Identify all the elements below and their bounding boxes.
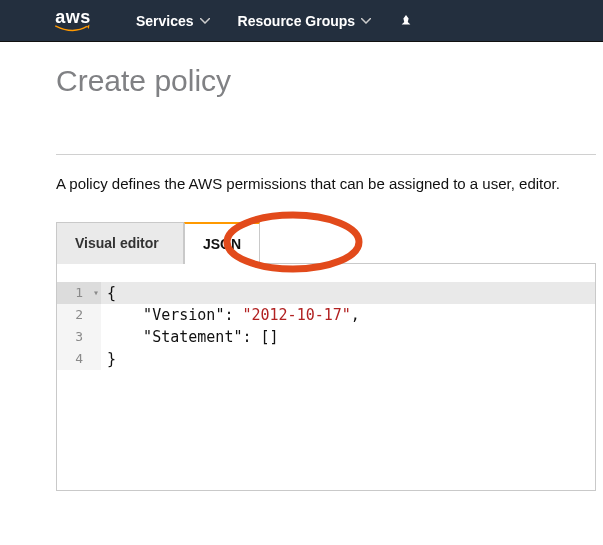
json-editor[interactable]: 1▾{2 "Version": "2012-10-17",3 "Statemen… [56, 264, 596, 491]
services-label: Services [136, 13, 194, 29]
line-number: 4 [57, 348, 91, 370]
aws-logo[interactable]: aws [54, 8, 92, 34]
tab-visual-editor[interactable]: Visual editor [56, 222, 184, 264]
aws-smile-icon [54, 24, 92, 34]
section-divider [56, 154, 596, 155]
line-number: 3 [57, 326, 91, 348]
chevron-down-icon [200, 18, 210, 24]
code-text[interactable]: } [101, 348, 116, 370]
resource-groups-label: Resource Groups [238, 13, 355, 29]
line-number: 2 [57, 304, 91, 326]
editor-tabs: Visual editor JSON [56, 222, 596, 264]
fold-marker-icon [91, 348, 101, 370]
fold-marker-icon [91, 304, 101, 326]
code-text[interactable]: "Statement": [] [101, 326, 279, 348]
code-line[interactable]: 3 "Statement": [] [57, 326, 595, 348]
page-title: Create policy [56, 64, 603, 98]
chevron-down-icon [361, 18, 371, 24]
code-line[interactable]: 2 "Version": "2012-10-17", [57, 304, 595, 326]
code-line[interactable]: 4} [57, 348, 595, 370]
tab-json[interactable]: JSON [184, 222, 260, 264]
code-text[interactable]: { [101, 282, 116, 304]
fold-marker-icon[interactable]: ▾ [91, 282, 101, 304]
code-text[interactable]: "Version": "2012-10-17", [101, 304, 360, 326]
resource-groups-menu[interactable]: Resource Groups [238, 13, 371, 29]
main-content: Create policy A policy defines the AWS p… [0, 42, 603, 491]
services-menu[interactable]: Services [136, 13, 210, 29]
line-number: 1 [57, 282, 91, 304]
pin-icon [399, 14, 413, 28]
top-nav: aws Services Resource Groups [0, 0, 603, 42]
fold-marker-icon [91, 326, 101, 348]
policy-description: A policy defines the AWS permissions tha… [56, 173, 596, 196]
pin-shortcut[interactable] [399, 14, 413, 28]
code-line[interactable]: 1▾{ [57, 282, 595, 304]
